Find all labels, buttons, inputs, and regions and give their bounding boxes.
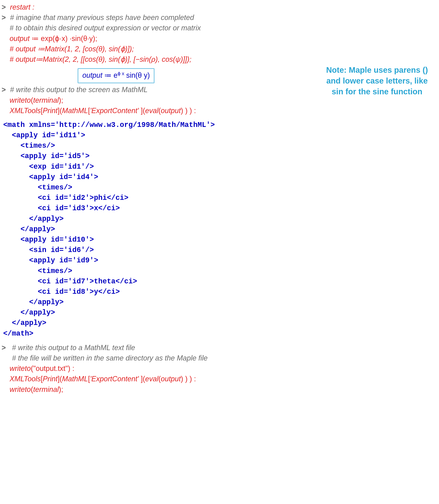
mathml-line: <times/> (3, 266, 435, 276)
sin-part: sin(θ y) (124, 71, 150, 79)
print: Print (43, 375, 58, 383)
parens-close: ) ) ) (181, 375, 192, 383)
input-line-comment-1: > # imagine that many previous steps hav… (2, 12, 435, 23)
mathml-line: <times/> (3, 141, 435, 151)
arg-filename: "output.txt" (33, 364, 68, 372)
parens-close: ) ) ) (181, 107, 192, 115)
mathml-line: <exp id='id1'/> (3, 162, 435, 172)
fn-writeto: writeto (10, 364, 31, 372)
eval: eval (145, 107, 158, 115)
mathml-line: <apply id='id11'> (3, 130, 435, 141)
bracket-close: ] (139, 375, 143, 383)
ci-close: </ci> (98, 288, 120, 296)
colon: : (192, 107, 196, 115)
mathml-line: <ci id='id3'>x</ci> (3, 203, 435, 214)
mathml-line: </apply> (3, 318, 435, 328)
paren-close: ) (59, 385, 61, 394)
mathml-line: <times/> (3, 182, 435, 193)
input-line-comment-4: # output≔Matrix(2, 2, [[cos(θ), sin(ϕ)],… (2, 54, 435, 65)
ci-open: <ci id='id3'> (3, 204, 94, 212)
bracket-open: [ (41, 375, 43, 383)
mathml: MathML (62, 107, 88, 115)
input-line-restart: > restart : (2, 2, 435, 12)
sin-arg: (θ·y) (81, 34, 95, 43)
prompt-icon: > (2, 84, 8, 95)
comment-text: # to obtain this desired output expressi… (10, 24, 201, 32)
mathml-line: </math> (3, 329, 435, 339)
eval: eval (145, 375, 158, 383)
input-line-writeto-terminal-2: writeto(terminal); (2, 384, 435, 395)
mathml-line: </apply> (3, 297, 435, 308)
paren-open: ( (31, 96, 33, 104)
semicolon: ; (95, 34, 97, 43)
print: Print (43, 107, 58, 115)
output-region: Note: Maple uses parens () and lower cas… (2, 65, 435, 84)
paren-open: ( (158, 107, 161, 115)
comment-text: # write this output to a MathML text fil… (12, 344, 135, 352)
comment-text: # output≔Matrix(2, 2, [[cos(θ), sin(ϕ)],… (10, 55, 192, 63)
comment-text (10, 344, 12, 352)
paren-open: ( (60, 107, 62, 115)
input-line-assign: output ≔ exp(ϕ·x) ·sin(θ·y); (2, 33, 435, 44)
colon: : (70, 364, 74, 372)
input-line-comment-3: # output ≔Matrix(1, 2, [cos(θ), sin(ϕ)])… (2, 44, 435, 54)
ci-content: theta (94, 277, 116, 286)
mathml-line: <ci id='id2'>phi</ci> (3, 193, 435, 203)
prompt-icon: > (2, 343, 8, 353)
input-line-writeto-file: writeto("output.txt") : (2, 363, 435, 374)
mathml-line: <apply id='id5'> (3, 151, 435, 161)
comment-text: # imagine that many previous steps have … (10, 13, 194, 22)
paren-close: ) (59, 96, 61, 104)
mathml-line: <sin id='id6'/> (3, 245, 435, 255)
bracket-close: ] (58, 107, 60, 115)
paren-open: ( (143, 107, 145, 115)
semicolon: ; (61, 385, 63, 394)
mathml-line: </apply> (3, 214, 435, 224)
input-line-writeto-terminal: writeto(terminal); (2, 95, 435, 106)
restart-command: restart : (10, 3, 34, 11)
bracket-open: [ (88, 107, 90, 115)
exportcontent: 'ExportContent' (90, 375, 139, 383)
ci-content: x (94, 204, 98, 212)
mathml-line: </apply> (3, 224, 435, 235)
mathml-line: </apply> (3, 308, 435, 318)
sin-fn: sin (72, 34, 81, 43)
mathml-line: <math xmlns='http://www.w3.org/1998/Math… (3, 120, 435, 130)
paren-open: ( (31, 385, 33, 394)
mathml: MathML (62, 375, 88, 383)
e-base: e (114, 71, 118, 79)
input-line-comment-6: > # write this output to a MathML text f… (2, 343, 435, 353)
e-exponent: ϕ x (118, 71, 124, 76)
input-line-xmltools-print: XMLTools[Print](MathML['ExportContent' ]… (2, 106, 435, 116)
ci-content: phi (94, 194, 107, 202)
assign-lhs: output (10, 34, 30, 43)
bracket-open: [ (41, 107, 43, 115)
input-line-comment-2: # to obtain this desired output expressi… (2, 23, 435, 33)
semicolon: ; (61, 96, 63, 104)
ci-open: <ci id='id8'> (3, 288, 94, 296)
output-assign: ≔ (102, 71, 114, 79)
exp-arg: (ϕ·x) (52, 34, 68, 43)
fn-writeto: writeto (10, 96, 31, 104)
ci-close: </ci> (107, 194, 129, 202)
output-lhs: output (82, 71, 102, 79)
mathml-line: <apply id='id4'> (3, 172, 435, 182)
input-line-comment-5: > # write this output to the screen as M… (2, 84, 435, 95)
arg-terminal: terminal (33, 385, 59, 394)
comment-text: # output ≔Matrix(1, 2, [cos(θ), sin(ϕ)])… (10, 45, 134, 53)
arg-terminal: terminal (33, 96, 59, 104)
comment-text: # write this output to the screen as Mat… (10, 85, 147, 94)
bracket-close: ] (139, 107, 143, 115)
paren-close: ) (68, 364, 70, 372)
ci-close: </ci> (98, 204, 120, 212)
dot: · (68, 34, 72, 43)
paren-open: ( (31, 364, 33, 372)
bracket-close: ] (58, 375, 60, 383)
input-line-comment-7: # the file will be written in the same d… (2, 353, 435, 363)
ci-close: </ci> (116, 277, 137, 286)
ci-open: <ci id='id2'> (3, 194, 94, 202)
exp-fn: exp (41, 34, 52, 43)
paren-open: ( (158, 375, 161, 383)
mathml-line: <apply id='id10'> (3, 235, 435, 245)
output-arg: output (161, 375, 181, 383)
